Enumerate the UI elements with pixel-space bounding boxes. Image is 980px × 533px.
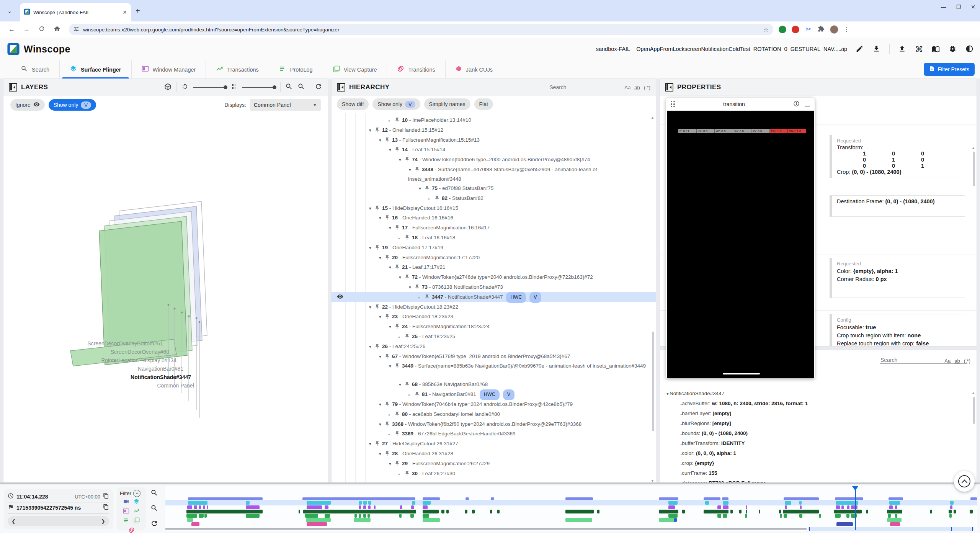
protolog-segment[interactable] <box>305 514 318 518</box>
screen-recording-segment[interactable] <box>423 497 440 500</box>
previous-frame-icon[interactable]: ❮ <box>11 518 16 524</box>
hierarchy-search-match-case[interactable]: Aa <box>624 85 630 90</box>
timeline-cursor[interactable] <box>855 488 856 530</box>
zoom-in-icon[interactable] <box>285 83 293 92</box>
pin-icon[interactable] <box>394 148 400 154</box>
site-settings-icon[interactable] <box>74 26 79 33</box>
screen-recording-segment[interactable] <box>491 497 494 500</box>
dark-mode-icon[interactable] <box>965 45 974 53</box>
ignore-chip[interactable]: Ignore <box>10 99 45 111</box>
surface-flinger-segment[interactable] <box>368 501 371 505</box>
upload-icon[interactable] <box>898 45 906 53</box>
transactions-segment[interactable] <box>423 510 439 513</box>
tab-search[interactable]: Search <box>11 60 59 78</box>
hierarchy-node-81[interactable]: ●81 - NavigationBar0#81HWCV <box>332 389 656 399</box>
layer-label[interactable]: NavigationBar0#81 <box>138 366 183 372</box>
protolog-segment[interactable] <box>819 514 821 518</box>
property-row-blurRegions[interactable]: ●blurRegions: [empty] <box>660 419 977 428</box>
pin-icon[interactable] <box>384 315 390 320</box>
transactions-segment[interactable] <box>299 510 300 513</box>
pin-icon[interactable] <box>434 196 440 202</box>
tab-close-icon[interactable]: ✕ <box>122 9 127 15</box>
expand-arrow-icon[interactable]: ▼ <box>388 223 394 233</box>
bug-report-icon[interactable] <box>949 45 957 53</box>
expand-arrow-icon[interactable]: ▼ <box>378 449 384 459</box>
window-manager-segment[interactable] <box>307 505 322 509</box>
restore-icon[interactable]: ❐ <box>956 4 961 10</box>
window-manager-segment[interactable] <box>950 505 952 509</box>
layer-label[interactable]: ScreenDecorOverlay#60 <box>111 349 169 355</box>
pin-icon[interactable] <box>384 256 390 262</box>
surface-flinger-segment[interactable] <box>359 501 362 505</box>
expand-arrow-icon[interactable]: ▼ <box>368 302 374 312</box>
transactions-segment[interactable] <box>659 510 678 513</box>
transactions-segment[interactable] <box>887 510 902 513</box>
protolog-segment[interactable] <box>895 514 897 518</box>
tab-view-capture[interactable]: View Capture <box>323 60 387 78</box>
pin-icon[interactable] <box>384 422 390 428</box>
window-manager-segment[interactable] <box>203 505 205 509</box>
hierarchy-node-22[interactable]: ▼22 - HideDisplayCutout:18:23#22 <box>332 302 656 312</box>
pin-icon[interactable] <box>414 168 420 173</box>
transactions-segment[interactable] <box>490 510 492 513</box>
hierarchy-node-3448[interactable]: ▼3448 - Surface(name=ed70f88 StatusBar)/… <box>332 165 656 183</box>
collapse-panel-icon[interactable] <box>665 83 673 92</box>
pin-icon[interactable] <box>394 226 400 232</box>
chip-show-diff[interactable]: Show diff <box>337 98 369 110</box>
drag-handle-icon[interactable] <box>671 101 675 108</box>
bookmark-star-icon[interactable]: ☆ <box>763 26 769 33</box>
screen-recording-segment[interactable] <box>889 497 903 500</box>
browser-tab[interactable]: Winscope | sandbox-FAIL ✕ <box>20 3 131 21</box>
hierarchy-node-27[interactable]: ▼27 - HideDisplayCutout:26:31#27 <box>332 439 656 449</box>
info-icon[interactable] <box>793 100 800 108</box>
transactions-segment[interactable] <box>954 510 956 513</box>
pin-icon[interactable] <box>404 335 410 340</box>
expand-arrow-icon[interactable]: ▼ <box>388 145 394 155</box>
properties-scrollbar[interactable] <box>973 152 975 186</box>
surface-flinger-segment[interactable] <box>423 501 431 505</box>
expand-arrow-icon[interactable]: ▼ <box>378 352 384 362</box>
window-manager-segment[interactable] <box>785 505 787 509</box>
pin-icon[interactable] <box>374 442 380 448</box>
scroll-to-top-button[interactable] <box>954 471 975 492</box>
transactions-segment[interactable] <box>739 510 742 513</box>
collapse-panel-icon[interactable] <box>9 83 17 92</box>
protolog-segment[interactable] <box>888 514 891 518</box>
expand-arrow-icon[interactable]: ▼ <box>388 362 394 371</box>
hierarchy-node-29[interactable]: ▼29 - FullscreenMagnification:26:27#29 <box>332 459 656 469</box>
property-row-bounds[interactable]: ●bounds: (0, 0) - (1080, 2400) <box>660 428 977 438</box>
pin-icon[interactable] <box>394 364 400 370</box>
rotation-slider[interactable] <box>193 87 227 88</box>
copy-icon[interactable] <box>103 504 109 512</box>
hierarchy-node-23[interactable]: ▼23 - OneHanded:18:23#23 <box>332 312 656 322</box>
window-manager-segment[interactable] <box>187 505 192 509</box>
rotation-icon[interactable] <box>181 83 188 92</box>
window-manager-segment[interactable] <box>836 505 840 509</box>
protolog-icon[interactable] <box>123 517 130 525</box>
protolog-segment[interactable] <box>368 514 370 518</box>
new-tab-button[interactable]: + <box>136 7 140 15</box>
screen-recording-segment[interactable] <box>784 497 818 500</box>
transactions-segment[interactable] <box>303 510 416 513</box>
properties-root-node[interactable]: ▼NotificationShade#3447 <box>660 389 977 399</box>
home-icon[interactable] <box>54 25 60 34</box>
hierarchy-node-21[interactable]: ▼21 - Leaf:17:17#21 <box>332 262 656 272</box>
hierarchy-node-20[interactable]: ▼20 - FullscreenMagnification:17:17#20 <box>332 253 656 263</box>
hierarchy-node-16[interactable]: ▼16 - OneHanded:16:16#16 <box>332 213 656 223</box>
tab-jank-cujs[interactable]: Jank CUJs <box>445 60 503 78</box>
timeline-cursor-handle[interactable] <box>852 486 858 490</box>
pin-icon[interactable] <box>414 285 420 291</box>
expand-arrow-icon[interactable]: ▼ <box>418 184 424 194</box>
properties-search-match-case[interactable]: Aa <box>944 358 951 364</box>
hierarchy-node-15[interactable]: ▼15 - HideDisplayCutout:16:16#15 <box>332 203 656 213</box>
window-manager-segment[interactable] <box>246 505 260 509</box>
surface-flinger-segment[interactable] <box>363 501 366 505</box>
protolog-segment[interactable] <box>199 514 204 518</box>
transitions-segment[interactable] <box>890 522 900 526</box>
hierarchy-node-24[interactable]: ▼24 - FullscreenMagnification:18:23#24 <box>332 322 656 332</box>
shortcuts-icon[interactable]: ⌘ <box>915 45 923 53</box>
surface-flinger-segment[interactable] <box>799 501 802 505</box>
property-row-currFrame[interactable]: ●currFrame: 155 <box>660 468 977 478</box>
expand-arrow-icon[interactable]: ▼ <box>368 126 374 136</box>
transactions-segment[interactable] <box>682 510 684 513</box>
